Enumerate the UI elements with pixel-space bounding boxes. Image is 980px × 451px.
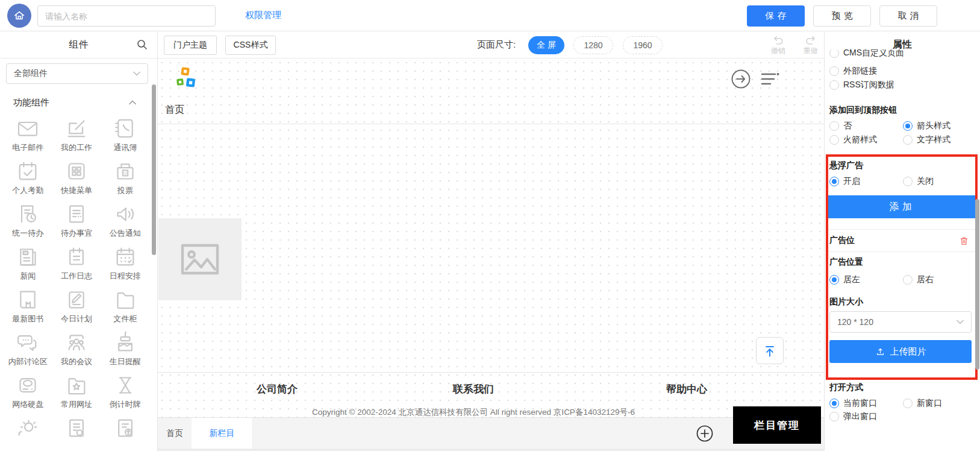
panel-scrollbar[interactable] (975, 199, 979, 370)
undo-button[interactable]: 撤销 (765, 35, 791, 56)
radio-label: 当前窗口 (843, 398, 877, 409)
radio-position-right[interactable]: 居右 (903, 274, 934, 285)
redo-icon (797, 35, 824, 46)
component-item[interactable]: V投票 (101, 159, 149, 202)
image-placeholder[interactable] (158, 218, 242, 300)
nav-home-link[interactable]: 首页 (165, 104, 184, 116)
radio-label: 新窗口 (917, 398, 942, 409)
component-item[interactable] (52, 416, 101, 451)
radio-ad-off[interactable]: 关闭 (903, 176, 934, 187)
component-item[interactable]: 公告通知 (101, 202, 149, 245)
radio-new-window[interactable]: 新窗口 (903, 398, 942, 409)
component-item[interactable]: 我的工作 (52, 116, 101, 159)
radio-current-window[interactable]: 当前窗口 (829, 398, 877, 409)
component-item[interactable] (101, 416, 149, 451)
radio-label: RSS订阅数据 (843, 80, 894, 90)
delete-ad-slot-icon[interactable] (959, 236, 969, 246)
todo-list-icon (64, 202, 89, 226)
component-item[interactable]: 日程安排 (101, 245, 149, 288)
page-canvas[interactable]: 首页 (158, 58, 824, 451)
radio-ad-on[interactable]: 开启 (829, 176, 860, 187)
permission-link[interactable]: 权限管理 (245, 10, 281, 21)
cancel-button[interactable]: 取消 (879, 5, 937, 27)
radio-label: 否 (843, 121, 852, 131)
radio-btt-no[interactable]: 否 (829, 121, 852, 131)
radio-popup-window[interactable]: 弹出窗口 (829, 411, 877, 422)
section-function-components[interactable]: 功能组件 (0, 90, 149, 115)
portal-name-input[interactable] (37, 5, 216, 27)
home-button[interactable] (7, 4, 31, 28)
chevron-down-icon (957, 320, 964, 324)
component-item[interactable]: 倒计时牌 (101, 373, 149, 416)
component-item[interactable]: 待办事宜 (52, 202, 101, 245)
radio-position-left[interactable]: 居左 (829, 274, 860, 285)
component-item[interactable]: 生日提醒 (101, 330, 149, 373)
save-button[interactable]: 保存 (747, 5, 805, 27)
back-to-top-preview-button[interactable] (756, 337, 784, 364)
radio-btt-arrow-style[interactable]: 箭头样式 (903, 121, 950, 131)
component-item[interactable]: 我的会议 (52, 330, 101, 373)
size-fullscreen-button[interactable]: 全屏 (528, 36, 564, 54)
add-ad-button[interactable]: 添加 (826, 195, 975, 218)
size-1960-button[interactable]: 1960 (623, 36, 663, 54)
radio-btt-text-style[interactable]: 文字样式 (903, 134, 950, 145)
component-item[interactable]: 统一待办 (4, 202, 52, 245)
add-tab-button[interactable] (696, 424, 714, 443)
sidebar-scrollbar[interactable] (152, 84, 156, 255)
component-item[interactable]: 快捷菜单 (52, 159, 101, 202)
news-icon: NEW (16, 245, 40, 269)
radio-unselected-icon (903, 177, 913, 186)
preview-button[interactable]: 预览 (813, 5, 871, 27)
footer-link-help[interactable]: 帮助中心 (666, 382, 707, 396)
radio-cms-custom-page[interactable]: CMS自定义页面 (829, 49, 904, 58)
component-item[interactable]: 今日计划 (52, 288, 101, 330)
page-tab-bar: 首页 新栏目 (158, 417, 824, 449)
radio-selected-icon (829, 399, 839, 408)
work-log-icon (64, 245, 89, 269)
component-label: 待办事宜 (61, 228, 92, 239)
component-item[interactable]: 常用网址 (52, 373, 101, 416)
component-label: 个人考勤 (12, 185, 43, 196)
column-manage-button[interactable]: 栏目管理 (733, 406, 821, 444)
component-item[interactable]: NEW新闻 (4, 245, 52, 288)
upload-image-button[interactable]: 上传图片 (829, 340, 972, 363)
float-ad-label: 悬浮广告 (829, 160, 863, 171)
tab-new-column[interactable]: 新栏目 (192, 418, 253, 449)
component-item[interactable]: 文件柜 (101, 288, 149, 330)
radio-label: 箭头样式 (917, 121, 950, 131)
component-item[interactable]: 网络硬盘 (4, 373, 52, 416)
component-item[interactable]: 电子邮件 (4, 116, 52, 159)
size-1280-button[interactable]: 1280 (573, 36, 613, 54)
list-menu-icon[interactable] (760, 70, 781, 88)
image-size-select[interactable]: 120 * 120 (829, 311, 972, 333)
portal-theme-button[interactable]: 门户主题 (164, 36, 217, 55)
contacts-icon (113, 116, 137, 140)
ad-slot-label: 广告位 (829, 235, 855, 246)
component-item[interactable]: 最新图书 (4, 288, 52, 330)
component-item[interactable]: 内部讨论区 (4, 330, 52, 373)
component-item[interactable]: 个人考勤 (4, 159, 52, 202)
component-grid: 电子邮件我的工作通讯簿个人考勤快捷菜单V投票统一待办待办事宜公告通知NEW新闻工… (4, 116, 149, 451)
footer-divider (158, 372, 824, 373)
radio-external-link[interactable]: 外部链接 (829, 66, 877, 77)
back-to-top-label: 添加回到顶部按钮 (829, 105, 897, 116)
component-filter-select[interactable]: 全部组件 (6, 63, 148, 84)
component-label: 网络硬盘 (12, 399, 43, 410)
tab-home[interactable]: 首页 (158, 418, 192, 449)
footer-link-company[interactable]: 公司简介 (257, 382, 298, 396)
birthday-icon (113, 330, 137, 355)
component-item[interactable]: 工作日志 (52, 245, 101, 288)
radio-label: 居左 (843, 274, 860, 285)
component-item[interactable] (4, 416, 52, 451)
page-size-label: 页面尺寸: (477, 39, 516, 51)
radio-btt-rocket-style[interactable]: 火箭样式 (829, 134, 877, 145)
search-icon[interactable] (137, 39, 148, 50)
footer-link-contact[interactable]: 联系我们 (453, 382, 494, 396)
radio-rss-data[interactable]: RSS订阅数据 (829, 80, 894, 90)
arrow-right-circle-icon[interactable] (731, 69, 751, 89)
redo-button[interactable]: 重做 (797, 35, 824, 56)
copyright-text: Copyright © 2002-2024 北京通达信科技有限公司 All ri… (312, 407, 635, 418)
css-style-button[interactable]: CSS样式 (225, 36, 276, 55)
component-label: 我的工作 (61, 142, 92, 153)
component-item[interactable]: 通讯簿 (101, 116, 149, 159)
